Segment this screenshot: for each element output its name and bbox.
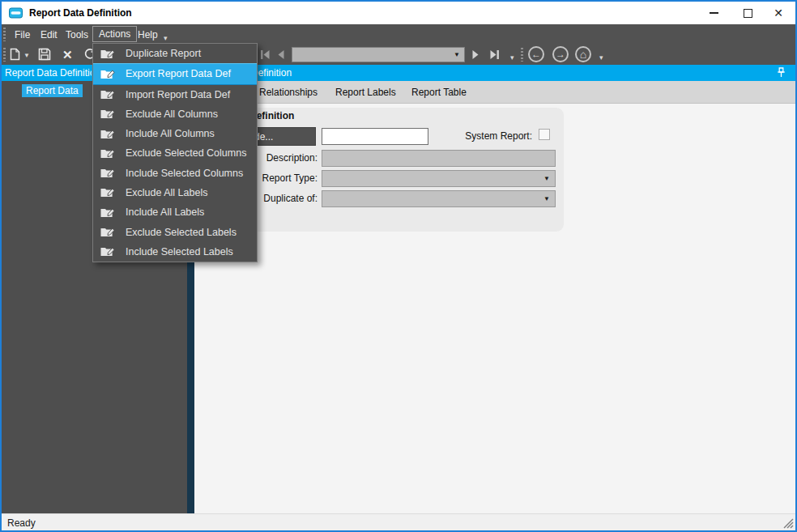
menu-item-export-report-data-def[interactable]: Export Report Data Def	[93, 63, 257, 84]
back-button[interactable]: ←	[528, 46, 544, 62]
forward-button[interactable]: →	[552, 46, 569, 62]
delete-icon: ✕	[62, 48, 73, 62]
menu-item-exclude-selected-columns[interactable]: Exclude Selected Columns	[93, 143, 257, 163]
app-icon	[9, 6, 23, 19]
previous-record-icon	[275, 49, 286, 61]
next-record-button[interactable]	[471, 49, 481, 61]
new-button[interactable]	[10, 48, 20, 61]
first-record-button[interactable]	[259, 49, 271, 61]
menu-item-label: Include All Labels	[126, 206, 204, 218]
menu-item-import-report-data-def[interactable]: Import Report Data Def	[93, 85, 257, 104]
resize-grip[interactable]	[783, 518, 794, 529]
menu-tools[interactable]: Tools	[62, 28, 92, 42]
report-type-combobox[interactable]: ▼	[322, 170, 556, 187]
save-icon	[38, 48, 51, 61]
menu-item-label: Import Report Data Def	[126, 89, 230, 100]
menu-item-label: Exclude Selected Labels	[126, 227, 237, 238]
toolbar-grip[interactable]	[3, 48, 6, 62]
nav-overflow-icon[interactable]: ▾	[510, 54, 514, 62]
status-text: Ready	[7, 517, 36, 529]
duplicate-of-combobox[interactable]: ▼	[322, 190, 556, 207]
menu-item-label: Exclude Selected Columns	[126, 147, 246, 159]
minimize-icon	[710, 12, 718, 14]
menu-item-label: Exclude All Columns	[126, 109, 218, 120]
home-overflow-icon[interactable]: ▾	[599, 54, 603, 62]
folder-pencil-icon	[100, 246, 115, 257]
tab-report-labels[interactable]: Report Labels	[335, 87, 396, 98]
report-type-caret-icon: ▼	[543, 176, 550, 182]
menu-item-duplicate-report[interactable]: Duplicate Report	[93, 44, 257, 63]
folder-pencil-icon	[100, 187, 115, 198]
maximize-button[interactable]	[735, 2, 760, 24]
folder-pencil-icon	[100, 49, 115, 59]
menu-item-label: Exclude All Labels	[126, 187, 207, 198]
tabbar: Relationships Report Labels Report Table	[194, 81, 795, 104]
close-button[interactable]: ✕	[766, 2, 791, 24]
app-window: Report Data Definition ✕ File Edit Tools…	[0, 0, 797, 532]
next-record-icon	[471, 49, 481, 61]
folder-pencil-icon	[100, 89, 115, 100]
menubar: File Edit Tools Actions Help ▾	[2, 24, 795, 45]
menu-edit[interactable]: Edit	[37, 28, 61, 42]
menu-item-label: Include Selected Labels	[126, 246, 233, 257]
back-icon: ←	[531, 49, 541, 59]
forward-icon: →	[556, 49, 565, 59]
folder-pencil-icon	[100, 148, 115, 159]
folder-pencil-icon	[100, 129, 115, 139]
save-button[interactable]	[38, 48, 51, 61]
minimize-button[interactable]	[701, 2, 726, 24]
menubar-overflow-icon[interactable]: ▾	[164, 35, 168, 42]
previous-record-button[interactable]	[275, 49, 286, 61]
menu-help[interactable]: Help	[134, 28, 161, 42]
description-field	[322, 150, 556, 167]
close-icon: ✕	[774, 6, 783, 19]
first-record-icon	[259, 49, 271, 61]
record-combobox[interactable]: ▼	[292, 47, 465, 62]
menu-item-label: Include All Columns	[126, 128, 215, 139]
new-dropdown-icon[interactable]: ▼	[23, 53, 30, 59]
duplicate-of-caret-icon: ▼	[543, 196, 550, 202]
code-input[interactable]	[322, 128, 428, 145]
new-document-icon	[10, 48, 20, 61]
folder-pencil-icon	[100, 168, 115, 178]
folder-pencil-icon	[100, 69, 115, 79]
menu-item-label: Duplicate Report	[126, 48, 201, 59]
menubar-grip[interactable]	[3, 28, 6, 41]
toolbar-grip-2[interactable]	[521, 48, 523, 62]
menu-item-label: Include Selected Columns	[126, 168, 243, 179]
tab-report-table[interactable]: Report Table	[411, 87, 467, 98]
system-report-label: System Report:	[451, 130, 532, 142]
last-record-button[interactable]	[488, 49, 501, 61]
record-combobox-caret-icon: ▼	[454, 51, 460, 58]
maximize-icon	[744, 9, 752, 18]
main-area: Relationships Report Labels Report Table…	[194, 81, 795, 513]
statusbar: Ready	[2, 513, 795, 530]
last-record-icon	[488, 49, 501, 61]
menu-file[interactable]: File	[11, 28, 33, 42]
tree-item-report-data[interactable]: Report Data	[22, 84, 83, 97]
menu-item-include-selected-labels[interactable]: Include Selected Labels	[93, 242, 257, 262]
left-panel-header: Report Data Definition	[5, 67, 92, 79]
menu-item-include-all-columns[interactable]: Include All Columns	[93, 124, 257, 143]
titlebar: Report Data Definition ✕	[2, 2, 795, 24]
window-title: Report Data Definition	[29, 7, 132, 19]
pin-icon[interactable]	[777, 67, 786, 78]
menu-item-exclude-selected-labels[interactable]: Exclude Selected Labels	[93, 222, 257, 241]
menu-actions[interactable]: Actions	[92, 26, 137, 42]
menu-item-label: Export Report Data Def	[126, 68, 231, 79]
system-report-checkbox[interactable]	[539, 129, 550, 140]
tab-relationships[interactable]: Relationships	[259, 87, 318, 98]
menu-item-include-all-labels[interactable]: Include All Labels	[93, 202, 257, 222]
folder-pencil-icon	[100, 227, 115, 237]
home-button[interactable]: ⌂	[575, 46, 591, 62]
menu-item-exclude-all-columns[interactable]: Exclude All Columns	[93, 104, 257, 124]
actions-menu: Duplicate Report Export Report Data Def …	[92, 43, 258, 262]
menu-item-exclude-all-labels[interactable]: Exclude All Labels	[93, 183, 257, 202]
menu-item-include-selected-columns[interactable]: Include Selected Columns	[93, 164, 257, 183]
delete-button[interactable]: ✕	[62, 48, 73, 62]
folder-pencil-icon	[100, 207, 115, 218]
folder-pencil-icon	[100, 109, 115, 119]
home-icon: ⌂	[580, 49, 586, 60]
